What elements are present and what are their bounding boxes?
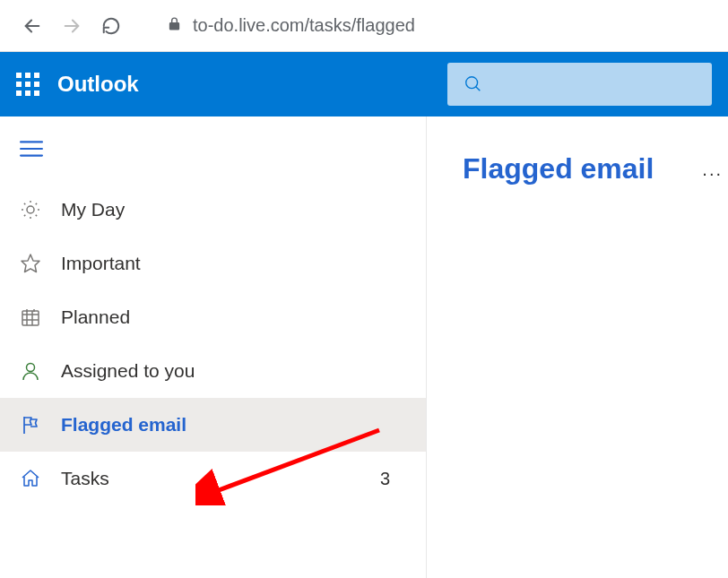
calendar-icon	[20, 306, 41, 328]
svg-point-24	[27, 364, 35, 372]
svg-line-10	[24, 203, 25, 204]
url-text: to-do.live.com/tasks/flagged	[193, 15, 415, 36]
sidebar-item-flagged-email[interactable]: Flagged email	[0, 398, 426, 452]
flag-icon	[20, 414, 41, 436]
sidebar-item-label: Important	[61, 253, 406, 274]
menu-toggle-button[interactable]	[0, 134, 426, 183]
home-icon	[20, 468, 41, 489]
person-icon	[20, 360, 41, 382]
reload-button[interactable]	[95, 10, 127, 42]
svg-line-3	[476, 87, 481, 91]
more-options-button[interactable]: ···	[702, 163, 723, 184]
address-bar[interactable]: to-do.live.com/tasks/flagged	[151, 9, 712, 43]
sidebar-item-label: Planned	[61, 306, 406, 328]
app-header: Outlook	[0, 52, 728, 116]
search-icon	[464, 74, 483, 94]
sidebar: My Day Important Planned Assigned to you	[0, 116, 427, 578]
sidebar-item-label: Tasks	[61, 468, 360, 489]
app-launcher-icon[interactable]	[16, 73, 39, 96]
sidebar-item-label: Assigned to you	[61, 360, 406, 382]
brand-label[interactable]: Outlook	[57, 72, 139, 97]
main-content: Flagged email ···	[427, 116, 728, 578]
back-button[interactable]	[16, 10, 48, 42]
sidebar-item-label: Flagged email	[61, 414, 406, 436]
sidebar-item-tasks[interactable]: Tasks 3	[0, 452, 426, 505]
forward-button[interactable]	[56, 10, 88, 42]
star-icon	[20, 253, 41, 274]
svg-rect-17	[22, 311, 39, 325]
svg-point-2	[466, 77, 478, 89]
page-title: Flagged email	[463, 152, 710, 185]
lock-icon	[167, 15, 182, 36]
sidebar-item-important[interactable]: Important	[0, 237, 426, 290]
svg-marker-16	[22, 254, 39, 272]
sidebar-item-planned[interactable]: Planned	[0, 290, 426, 344]
svg-point-7	[27, 206, 34, 213]
sidebar-item-my-day[interactable]: My Day	[0, 183, 426, 237]
search-input[interactable]	[447, 63, 712, 106]
sun-icon	[20, 199, 41, 220]
svg-line-11	[36, 215, 37, 216]
sidebar-item-assigned[interactable]: Assigned to you	[0, 344, 426, 398]
svg-line-15	[36, 203, 37, 204]
sidebar-item-count: 3	[380, 469, 390, 489]
sidebar-item-label: My Day	[61, 199, 406, 220]
svg-line-14	[24, 215, 25, 216]
browser-toolbar: to-do.live.com/tasks/flagged	[0, 0, 728, 52]
